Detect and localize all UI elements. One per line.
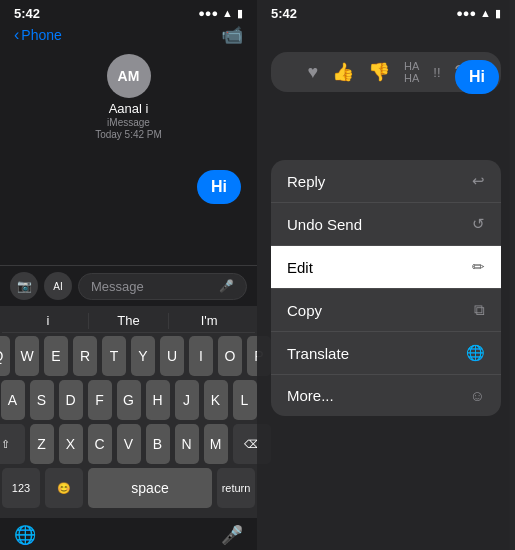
key-row-3: ⇧ Z X C V B N M ⌫ <box>2 424 255 464</box>
key-i[interactable]: I <box>189 336 213 376</box>
menu-item-copy[interactable]: Copy ⧉ <box>271 289 501 332</box>
menu-item-edit[interactable]: Edit ✏ <box>271 246 501 289</box>
predictive-word-1[interactable]: i <box>8 313 88 329</box>
key-d[interactable]: D <box>59 380 83 420</box>
key-w[interactable]: W <box>15 336 39 376</box>
signal-icon: ●●● <box>198 7 218 19</box>
key-c[interactable]: C <box>88 424 112 464</box>
key-k[interactable]: K <box>204 380 228 420</box>
mic-icon: 🎤 <box>219 279 234 293</box>
camera-icon-button[interactable]: 📷 <box>10 272 38 300</box>
left-bottom-bar: 🌐 🎤 <box>0 518 257 550</box>
reaction-thumbsdown[interactable]: 👎 <box>368 61 390 83</box>
back-button[interactable]: ‹ Phone <box>14 26 62 44</box>
key-a[interactable]: A <box>1 380 25 420</box>
edit-icon: ✏ <box>472 258 485 276</box>
left-time: 5:42 <box>14 6 40 21</box>
key-y[interactable]: Y <box>131 336 155 376</box>
right-message-bubble: Hi <box>455 60 499 94</box>
key-m[interactable]: M <box>204 424 228 464</box>
key-n[interactable]: N <box>175 424 199 464</box>
dictation-icon[interactable]: 🎤 <box>221 524 243 546</box>
key-j[interactable]: J <box>175 380 199 420</box>
predictive-word-2[interactable]: The <box>89 313 169 329</box>
right-status-icons: ●●● ▲ ▮ <box>456 7 501 20</box>
menu-item-reply[interactable]: Reply ↩ <box>271 160 501 203</box>
reply-icon: ↩ <box>472 172 485 190</box>
reaction-heart[interactable]: ♥ <box>307 62 318 83</box>
menu-label-copy: Copy <box>287 302 322 319</box>
key-b[interactable]: B <box>146 424 170 464</box>
messages-area: Hi <box>0 146 257 265</box>
predictive-row: i The I'm <box>2 310 255 333</box>
key-e[interactable]: E <box>44 336 68 376</box>
key-123[interactable]: 123 <box>2 468 40 508</box>
key-space[interactable]: space <box>88 468 212 508</box>
right-battery-icon: ▮ <box>495 7 501 20</box>
video-call-button[interactable]: 📹 <box>221 24 243 46</box>
chevron-left-icon: ‹ <box>14 26 19 44</box>
key-s[interactable]: S <box>30 380 54 420</box>
timestamp-label: Today 5:42 PM <box>95 129 162 140</box>
key-row-4: 123 😊 space return <box>2 468 255 508</box>
key-u[interactable]: U <box>160 336 184 376</box>
predictive-word-3[interactable]: I'm <box>169 313 249 329</box>
key-h[interactable]: H <box>146 380 170 420</box>
message-bubble-hi: Hi <box>197 170 241 204</box>
key-l[interactable]: L <box>233 380 257 420</box>
undo-send-icon: ↺ <box>472 215 485 233</box>
left-nav-bar: ‹ Phone 📹 <box>0 22 257 50</box>
back-label: Phone <box>21 27 61 43</box>
key-g[interactable]: G <box>117 380 141 420</box>
key-return[interactable]: return <box>217 468 255 508</box>
key-f[interactable]: F <box>88 380 112 420</box>
menu-item-more[interactable]: More... ☺ <box>271 375 501 416</box>
copy-icon: ⧉ <box>474 301 485 319</box>
ai-icon-button[interactable]: AI <box>44 272 72 300</box>
key-row-1: Q W E R T Y U I O P <box>2 336 255 376</box>
message-input[interactable]: Message 🎤 <box>78 273 247 300</box>
reaction-thumbsup[interactable]: 👍 <box>332 61 354 83</box>
avatar: AM <box>107 54 151 98</box>
globe-icon[interactable]: 🌐 <box>14 524 36 546</box>
left-panel: 5:42 ●●● ▲ ▮ ‹ Phone 📹 AM Aanal i iMessa… <box>0 0 257 550</box>
key-o[interactable]: O <box>218 336 242 376</box>
menu-label-translate: Translate <box>287 345 349 362</box>
key-r[interactable]: R <box>73 336 97 376</box>
translate-icon: 🌐 <box>466 344 485 362</box>
menu-label-more: More... <box>287 387 334 404</box>
key-emoji[interactable]: 😊 <box>45 468 83 508</box>
left-status-icons: ●●● ▲ ▮ <box>198 7 243 20</box>
right-status-bar: 5:42 ●●● ▲ ▮ <box>257 0 515 22</box>
right-time: 5:42 <box>271 6 297 21</box>
context-menu: Reply ↩ Undo Send ↺ Edit ✏ Copy ⧉ Transl… <box>271 160 501 416</box>
key-z[interactable]: Z <box>30 424 54 464</box>
input-area: 📷 AI Message 🎤 <box>0 265 257 306</box>
keyboard: i The I'm Q W E R T Y U I O P A S D F G … <box>0 306 257 518</box>
left-status-bar: 5:42 ●●● ▲ ▮ <box>0 0 257 22</box>
contact-name: Aanal i <box>109 101 149 116</box>
key-row-2: A S D F G H J K L <box>2 380 255 420</box>
menu-label-reply: Reply <box>287 173 325 190</box>
contact-header: AM Aanal i iMessage Today 5:42 PM <box>0 50 257 146</box>
right-panel: 5:42 ●●● ▲ ▮ Hi ♥ 👍 👎 HAHA !! ? Reply ↩ … <box>257 0 515 550</box>
menu-label-edit: Edit <box>287 259 313 276</box>
key-v[interactable]: V <box>117 424 141 464</box>
key-shift[interactable]: ⇧ <box>0 424 25 464</box>
menu-item-undo-send[interactable]: Undo Send ↺ <box>271 203 501 246</box>
wifi-icon: ▲ <box>222 7 233 19</box>
message-placeholder: Message <box>91 279 144 294</box>
reaction-exclaim[interactable]: !! <box>433 65 440 80</box>
more-icon: ☺ <box>470 387 485 404</box>
right-signal-icon: ●●● <box>456 7 476 19</box>
key-x[interactable]: X <box>59 424 83 464</box>
reaction-haha[interactable]: HAHA <box>404 60 419 84</box>
menu-label-undo-send: Undo Send <box>287 216 362 233</box>
battery-icon: ▮ <box>237 7 243 20</box>
imessage-label: iMessage <box>107 117 150 128</box>
key-t[interactable]: T <box>102 336 126 376</box>
key-q[interactable]: Q <box>0 336 10 376</box>
menu-item-translate[interactable]: Translate 🌐 <box>271 332 501 375</box>
right-wifi-icon: ▲ <box>480 7 491 19</box>
